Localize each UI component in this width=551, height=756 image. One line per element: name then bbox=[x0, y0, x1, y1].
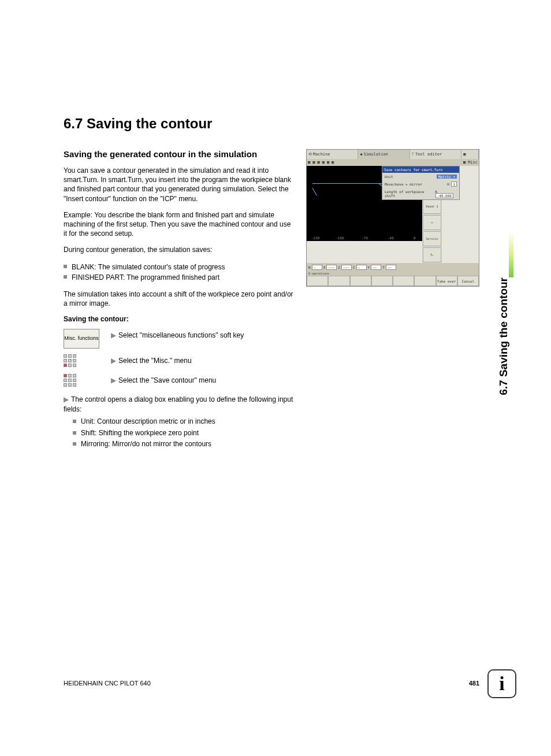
list-item: Shift: Shifting the workpiece zero point bbox=[73, 428, 295, 439]
procedure-step: ▶The control opens a dialog box enabling… bbox=[64, 395, 295, 450]
procedure-step: Misc. functions ▶Select "miscellaneous f… bbox=[64, 329, 295, 349]
status-bar: N— X——— Z——— C— Y—— T—— bbox=[307, 263, 479, 271]
info-icon: i bbox=[487, 669, 516, 698]
side-button-tool[interactable]: T▸ bbox=[423, 247, 441, 262]
paragraph: You can save a contour generated in the … bbox=[64, 166, 295, 203]
tab-machine[interactable]: ⟲Machine bbox=[307, 150, 358, 159]
softkey[interactable] bbox=[350, 276, 371, 286]
softkey-misc-functions[interactable]: Misc. functions bbox=[64, 329, 99, 349]
triangle-bullet-icon: ▶ bbox=[111, 331, 116, 339]
length-shift-label: Length of workpiece shift bbox=[385, 190, 435, 198]
operations-count: 0 operations bbox=[307, 271, 479, 276]
dialog-title: Save contours for smart.Turn bbox=[382, 166, 459, 173]
menu-grid-icon[interactable] bbox=[64, 374, 77, 388]
procedure-step: ▶Select the "Save contour" menu bbox=[64, 374, 295, 388]
procedure-step: ▶Select the "Misc." menu bbox=[64, 354, 295, 368]
tab-tool-editor[interactable]: ⊺Tool editor bbox=[410, 150, 461, 159]
step-text: Select the "Misc." menu bbox=[118, 357, 192, 365]
side-tab: 6.7 Saving the contour bbox=[496, 116, 513, 277]
paragraph: Example: You describe the blank form and… bbox=[64, 210, 295, 239]
step-text: The control opens a dialog box enabling … bbox=[64, 395, 293, 413]
softkey[interactable] bbox=[328, 276, 349, 286]
softkey[interactable] bbox=[371, 276, 393, 286]
procedure-title: Saving the contour: bbox=[64, 315, 295, 323]
side-button-kanal[interactable]: Kanal 1 bbox=[423, 199, 441, 214]
side-button-service[interactable]: Service bbox=[423, 231, 441, 246]
step-text: Select the "Save contour" menu bbox=[118, 376, 216, 384]
unit-dropdown[interactable]: Metric ▾ bbox=[437, 175, 457, 179]
save-contour-dialog: Save contours for smart.Turn Unit Metric… bbox=[382, 166, 460, 200]
field-list: Unit: Contour description metric or in i… bbox=[64, 416, 295, 450]
list-item: FINISHED PART: The programmed finished p… bbox=[64, 272, 295, 283]
softkey[interactable] bbox=[393, 276, 414, 286]
simulation-screenshot: ⟲Machine ◆Simulation ⊺Tool editor ▦ ▦▦▦▦… bbox=[306, 149, 479, 287]
list-item: Mirroring: Mirror/do not mirror the cont… bbox=[73, 439, 295, 450]
softkey-cancel[interactable]: Cancel bbox=[457, 276, 479, 286]
paragraph: The simulation takes into account a shif… bbox=[64, 290, 295, 308]
softkey-take-over[interactable]: Take over bbox=[436, 276, 457, 286]
tab-simulation[interactable]: ◆Simulation bbox=[358, 150, 409, 159]
list-item: Unit: Contour description metric or in i… bbox=[73, 416, 295, 427]
softkey[interactable] bbox=[414, 276, 435, 286]
unit-label: Unit bbox=[385, 175, 393, 179]
step-text: Select "miscellaneous functions" soft ke… bbox=[118, 331, 244, 339]
triangle-bullet-icon: ▶ bbox=[111, 376, 116, 384]
footer-product: HEIDENHAIN CNC PILOT 640 bbox=[64, 680, 151, 687]
side-tab-label: 6.7 Saving the contour bbox=[497, 277, 510, 395]
bullet-list: BLANK: The simulated contour's state of … bbox=[64, 262, 295, 283]
paragraph: During contour generation, the simulatio… bbox=[64, 245, 295, 254]
move-mirror-input[interactable]: 1 bbox=[451, 181, 457, 187]
section-heading: 6.7 Saving the contour bbox=[64, 116, 479, 132]
softkey-bar: Take over Cancel bbox=[307, 276, 479, 286]
length-shift-input[interactable]: -48.000 bbox=[435, 193, 453, 198]
page-number: 481 bbox=[469, 680, 479, 687]
triangle-bullet-icon: ▶ bbox=[111, 357, 116, 365]
move-mirror-label: Move/move + mirror bbox=[385, 182, 422, 186]
tab-blank[interactable]: ▦ bbox=[461, 150, 479, 159]
side-tab-gradient bbox=[509, 231, 513, 277]
menu-bar[interactable]: ▦▦▦▦▦▦ ▦Misc bbox=[307, 159, 479, 166]
side-button[interactable]: ⌨ bbox=[423, 215, 441, 230]
list-item: BLANK: The simulated contour's state of … bbox=[64, 262, 295, 272]
page-footer: HEIDENHAIN CNC PILOT 640 481 bbox=[64, 680, 479, 687]
softkey[interactable] bbox=[307, 276, 328, 286]
menu-grid-icon[interactable] bbox=[64, 354, 77, 368]
triangle-bullet-icon: ▶ bbox=[64, 395, 69, 403]
subsection-heading: Saving the generated contour in the simu… bbox=[64, 149, 295, 159]
